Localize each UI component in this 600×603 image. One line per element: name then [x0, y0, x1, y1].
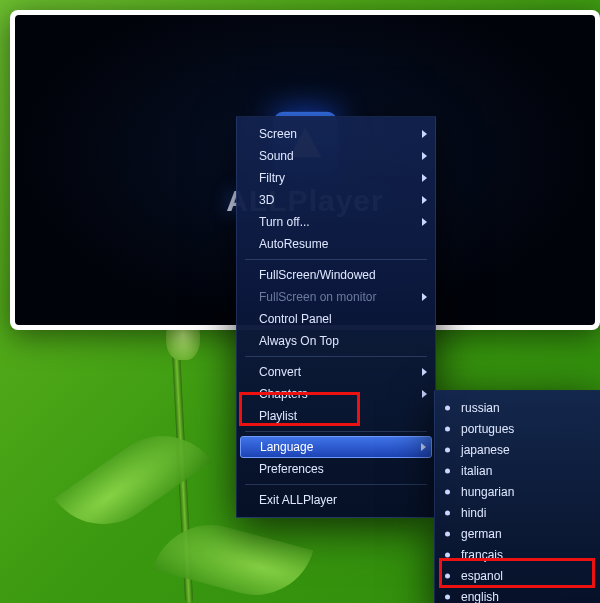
- language-option-italian[interactable]: italian: [435, 460, 600, 481]
- language-option-hindi[interactable]: hindi: [435, 502, 600, 523]
- menu-item-label: Exit ALLPlayer: [259, 493, 337, 507]
- menu-item-label: AutoResume: [259, 237, 328, 251]
- menu-item-filtry[interactable]: Filtry: [237, 167, 435, 189]
- language-option-japanese[interactable]: japanese: [435, 439, 600, 460]
- submenu-arrow-icon: [422, 152, 427, 160]
- submenu-arrow-icon: [422, 174, 427, 182]
- language-option-espanol[interactable]: espanol: [435, 565, 600, 586]
- menu-item-label: Always On Top: [259, 334, 339, 348]
- menu-item-label: german: [461, 527, 502, 541]
- menu-item-screen[interactable]: Screen: [237, 123, 435, 145]
- menu-item-label: 3D: [259, 193, 274, 207]
- menu-item-3d[interactable]: 3D: [237, 189, 435, 211]
- language-option-hungarian[interactable]: hungarian: [435, 481, 600, 502]
- menu-item-label: Filtry: [259, 171, 285, 185]
- menu-item-always-on-top[interactable]: Always On Top: [237, 330, 435, 352]
- menu-item-label: english: [461, 590, 499, 604]
- menu-item-label: espanol: [461, 569, 503, 583]
- menu-item-label: Screen: [259, 127, 297, 141]
- menu-item-label: Chapters: [259, 387, 308, 401]
- menu-item-exit-allplayer[interactable]: Exit ALLPlayer: [237, 489, 435, 511]
- language-submenu: russianportuguesjapaneseitalianhungarian…: [434, 390, 600, 603]
- menu-item-label: italian: [461, 464, 492, 478]
- menu-item-label: Convert: [259, 365, 301, 379]
- context-menu: ScreenSoundFiltry3DTurn off...AutoResume…: [236, 116, 436, 518]
- language-option-english[interactable]: english: [435, 586, 600, 603]
- menu-item-label: japanese: [461, 443, 510, 457]
- menu-item-label: Playlist: [259, 409, 297, 423]
- menu-separator: [245, 356, 427, 357]
- submenu-arrow-icon: [422, 293, 427, 301]
- menu-item-label: Language: [260, 440, 313, 454]
- submenu-arrow-icon: [422, 196, 427, 204]
- menu-item-convert[interactable]: Convert: [237, 361, 435, 383]
- menu-item-turn-off[interactable]: Turn off...: [237, 211, 435, 233]
- menu-item-playlist[interactable]: Playlist: [237, 405, 435, 427]
- menu-item-label: hungarian: [461, 485, 514, 499]
- menu-item-control-panel[interactable]: Control Panel: [237, 308, 435, 330]
- menu-item-label: portugues: [461, 422, 514, 436]
- menu-item-label: Sound: [259, 149, 294, 163]
- language-option-portugues[interactable]: portugues: [435, 418, 600, 439]
- menu-item-label: Control Panel: [259, 312, 332, 326]
- menu-item-label: français: [461, 548, 503, 562]
- menu-separator: [245, 259, 427, 260]
- submenu-arrow-icon: [422, 368, 427, 376]
- menu-item-label: Preferences: [259, 462, 324, 476]
- menu-item-label: FullScreen on monitor: [259, 290, 376, 304]
- menu-item-label: russian: [461, 401, 500, 415]
- menu-item-fullscreen-windowed[interactable]: FullScreen/Windowed: [237, 264, 435, 286]
- menu-item-preferences[interactable]: Preferences: [237, 458, 435, 480]
- menu-separator: [245, 484, 427, 485]
- menu-item-sound[interactable]: Sound: [237, 145, 435, 167]
- menu-item-fullscreen-on-monitor: FullScreen on monitor: [237, 286, 435, 308]
- submenu-arrow-icon: [422, 218, 427, 226]
- menu-item-language[interactable]: Language: [240, 436, 432, 458]
- menu-item-label: FullScreen/Windowed: [259, 268, 376, 282]
- language-option-russian[interactable]: russian: [435, 397, 600, 418]
- language-option-fran-ais[interactable]: français: [435, 544, 600, 565]
- menu-item-label: hindi: [461, 506, 486, 520]
- menu-item-chapters[interactable]: Chapters: [237, 383, 435, 405]
- submenu-arrow-icon: [422, 130, 427, 138]
- menu-separator: [245, 431, 427, 432]
- menu-item-label: Turn off...: [259, 215, 310, 229]
- menu-item-autoresume[interactable]: AutoResume: [237, 233, 435, 255]
- submenu-arrow-icon: [422, 390, 427, 398]
- submenu-arrow-icon: [421, 443, 426, 451]
- language-option-german[interactable]: german: [435, 523, 600, 544]
